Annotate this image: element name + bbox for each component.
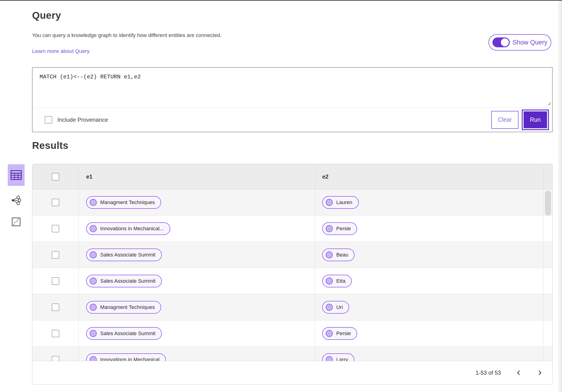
entity-icon bbox=[90, 199, 97, 206]
row-checkbox[interactable] bbox=[52, 356, 59, 361]
row-checkbox[interactable] bbox=[52, 330, 59, 337]
query-page: Query You can query a knowledge graph to… bbox=[0, 0, 562, 392]
row-cell-e1: Managment Techniques bbox=[79, 294, 315, 320]
map-view-icon bbox=[12, 218, 21, 226]
row-checkbox-cell bbox=[32, 320, 79, 346]
row-checkbox[interactable] bbox=[52, 251, 59, 259]
row-checkbox-cell bbox=[32, 268, 79, 294]
query-editor-box: MATCH (e1)<--(e2) RETURN e1,e2 Include P… bbox=[32, 67, 553, 132]
table-row: Managment Techniques Uri bbox=[32, 294, 552, 320]
entity-pill-label: Beau bbox=[336, 252, 348, 258]
row-cell-e2: Etta bbox=[315, 268, 543, 294]
entity-pill-e2[interactable]: Persie bbox=[322, 222, 357, 235]
row-checkbox[interactable] bbox=[52, 199, 59, 206]
entity-pill-label: Sales Associate Summit bbox=[100, 330, 155, 336]
table-row: Sales Associate Summit Beau bbox=[32, 242, 552, 268]
query-text[interactable]: MATCH (e1)<--(e2) RETURN e1,e2 bbox=[33, 68, 552, 86]
entity-pill-label: Sales Associate Summit bbox=[100, 252, 155, 258]
entity-icon bbox=[90, 330, 97, 337]
chevron-left-icon bbox=[515, 369, 522, 376]
entity-pill-e1[interactable]: Managment Techniques bbox=[86, 301, 161, 314]
clear-button[interactable]: Clear bbox=[491, 111, 518, 129]
entity-pill-e1[interactable]: Sales Associate Summit bbox=[86, 275, 162, 287]
row-cell-e2: Persie bbox=[315, 320, 543, 346]
toggle-switch-on[interactable] bbox=[492, 37, 510, 47]
query-footer: Include Provenance Clear Run bbox=[33, 108, 552, 132]
row-scroll-gutter bbox=[543, 216, 552, 242]
entity-pill-e2[interactable]: Uri bbox=[322, 301, 349, 314]
entity-pill-e2[interactable]: Etta bbox=[322, 275, 352, 287]
entity-pill-e1[interactable]: Innovations in Mechanical... bbox=[86, 222, 170, 235]
entity-pill-e1[interactable]: Sales Associate Summit bbox=[86, 249, 162, 261]
row-checkbox-cell bbox=[32, 242, 79, 268]
entity-pill-e1[interactable]: Managment Techniques bbox=[86, 196, 161, 209]
page-scroll-gutter[interactable] bbox=[559, 1, 562, 392]
entity-pill-label: Managment Techniques bbox=[100, 199, 155, 206]
column-header-e1: e1 bbox=[86, 173, 93, 180]
entity-pill-e1[interactable]: Innovations in Mechanical bbox=[86, 353, 166, 361]
row-checkbox-cell bbox=[32, 346, 79, 361]
results-table-panel: e1 e2 Managment Techniques Lauren bbox=[32, 164, 553, 384]
row-cell-e1: Sales Associate Summit bbox=[79, 268, 315, 294]
entity-pill-label: Lauren bbox=[336, 199, 352, 206]
chevron-right-icon bbox=[537, 369, 543, 376]
entity-icon bbox=[90, 251, 97, 258]
column-header-e2: e2 bbox=[322, 173, 328, 180]
select-all-checkbox[interactable] bbox=[52, 173, 59, 180]
run-button[interactable]: Run bbox=[522, 110, 549, 130]
entity-pill-label: Uri bbox=[336, 304, 343, 310]
include-provenance-option[interactable]: Include Provenance bbox=[45, 116, 108, 124]
row-checkbox[interactable] bbox=[52, 277, 59, 285]
header-cell-e2: e2 bbox=[315, 164, 543, 189]
row-scroll-gutter bbox=[543, 294, 552, 320]
row-checkbox-cell bbox=[32, 294, 79, 320]
table-row: Managment Techniques Lauren bbox=[32, 189, 552, 216]
map-view-button[interactable] bbox=[8, 214, 24, 229]
row-cell-e2: Lauren bbox=[315, 189, 543, 215]
graph-view-button[interactable] bbox=[8, 193, 24, 208]
learn-more-link[interactable]: Learn more about Query bbox=[32, 48, 89, 54]
header-scroll-gutter bbox=[543, 164, 552, 189]
include-provenance-checkbox[interactable] bbox=[45, 116, 52, 124]
entity-pill-e2[interactable]: Beau bbox=[322, 249, 354, 261]
entity-icon bbox=[326, 330, 333, 337]
resize-handle-icon[interactable] bbox=[547, 101, 551, 105]
entity-pill-e2[interactable]: Larry bbox=[322, 353, 354, 361]
table-row: Innovations in Mechanical... Persie bbox=[32, 216, 552, 242]
row-cell-e2: Beau bbox=[315, 242, 543, 268]
header-checkbox-cell bbox=[32, 164, 79, 189]
table-header-row: e1 e2 bbox=[32, 164, 552, 189]
table-view-button[interactable] bbox=[8, 164, 24, 186]
row-cell-e1: Managment Techniques bbox=[79, 189, 315, 215]
table-scrollbar-thumb[interactable] bbox=[545, 191, 551, 216]
table-row: Sales Associate Summit Etta bbox=[32, 268, 552, 294]
run-button-label: Run bbox=[524, 111, 547, 128]
query-input[interactable]: MATCH (e1)<--(e2) RETURN e1,e2 bbox=[33, 68, 552, 107]
row-scroll-gutter bbox=[543, 346, 552, 361]
entity-pill-label: Etta bbox=[336, 278, 345, 284]
next-page-button[interactable] bbox=[537, 369, 543, 376]
query-description: You can query a knowledge graph to ident… bbox=[32, 32, 222, 38]
row-cell-e1: Sales Associate Summit bbox=[79, 242, 315, 268]
entity-pill-label: Persie bbox=[336, 226, 351, 232]
entity-pill-label: Innovations in Mechanical... bbox=[100, 226, 164, 232]
row-checkbox-cell bbox=[32, 216, 79, 242]
entity-pill-e2[interactable]: Lauren bbox=[322, 196, 359, 209]
previous-page-button[interactable] bbox=[515, 369, 522, 376]
entity-icon bbox=[326, 304, 333, 311]
row-checkbox[interactable] bbox=[52, 303, 59, 311]
row-checkbox-cell bbox=[32, 189, 79, 215]
table-pagination-bar: 1-53 of 53 bbox=[32, 361, 552, 384]
entity-icon bbox=[90, 356, 97, 361]
table-body: Managment Techniques Lauren Innovations … bbox=[32, 189, 552, 361]
row-cell-e1: Innovations in Mechanical bbox=[79, 346, 315, 361]
entity-pill-e2[interactable]: Persie bbox=[322, 327, 357, 340]
show-query-toggle[interactable]: Show Query bbox=[489, 34, 551, 51]
row-scroll-gutter bbox=[543, 242, 552, 268]
entity-icon bbox=[326, 225, 333, 232]
query-action-buttons: Clear Run bbox=[491, 110, 549, 130]
entity-pill-label: Larry bbox=[336, 357, 348, 361]
row-checkbox[interactable] bbox=[52, 225, 59, 232]
entity-pill-e1[interactable]: Sales Associate Summit bbox=[86, 327, 162, 340]
entity-pill-label: Managment Techniques bbox=[100, 304, 155, 310]
